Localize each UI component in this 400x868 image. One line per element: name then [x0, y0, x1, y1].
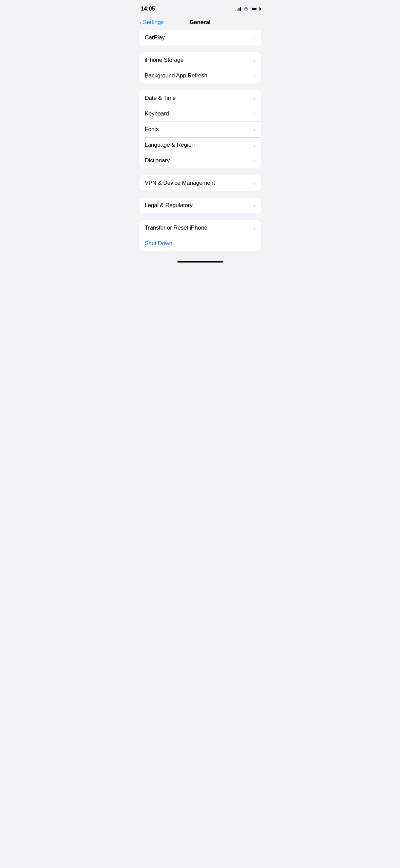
transfer-reset-item[interactable]: Transfer or Reset iPhone ›	[139, 220, 261, 236]
iphone-storage-label: iPhone Storage	[145, 57, 184, 64]
fonts-item[interactable]: Fonts ›	[139, 122, 261, 137]
back-button[interactable]: ‹ Settings	[139, 19, 164, 26]
legal-regulatory-chevron-icon: ›	[254, 203, 255, 209]
language-region-label: Language & Region	[145, 142, 195, 148]
status-time: 14:05	[141, 5, 155, 12]
date-time-chevron-icon: ›	[254, 95, 255, 101]
home-bar	[177, 261, 223, 263]
vpn-device-chevron-icon: ›	[254, 180, 255, 186]
keyboard-label: Keyboard	[145, 110, 169, 117]
shut-down-label: Shut Down	[145, 240, 172, 247]
back-label: Settings	[143, 19, 164, 26]
vpn-device-item[interactable]: VPN & Device Management ›	[139, 175, 261, 191]
dictionary-item[interactable]: Dictionary ›	[139, 153, 261, 168]
home-indicator	[134, 258, 266, 265]
keyboard-chevron-icon: ›	[254, 111, 255, 117]
storage-section: iPhone Storage › Background App Refresh …	[139, 52, 261, 84]
status-bar: 14:05	[134, 0, 266, 16]
vpn-device-label: VPN & Device Management	[145, 180, 215, 186]
fonts-chevron-icon: ›	[254, 127, 255, 132]
status-icons	[235, 7, 260, 11]
carplay-chevron-icon: ›	[254, 35, 255, 41]
legal-regulatory-label: Legal & Regulatory	[145, 202, 193, 209]
wifi-icon	[243, 7, 249, 11]
language-region-chevron-icon: ›	[254, 142, 255, 148]
background-app-refresh-item[interactable]: Background App Refresh ›	[139, 68, 261, 84]
shut-down-item[interactable]: Shut Down	[139, 236, 261, 251]
settings-content: CarPlay › iPhone Storage › Background Ap…	[134, 30, 266, 251]
nav-bar: ‹ Settings General	[134, 16, 266, 30]
vpn-section: VPN & Device Management ›	[139, 175, 261, 191]
dictionary-label: Dictionary	[145, 157, 170, 164]
iphone-storage-item[interactable]: iPhone Storage ›	[139, 52, 261, 68]
back-chevron-icon: ‹	[139, 19, 142, 26]
date-time-label: Date & Time	[145, 95, 176, 102]
locale-section: Date & Time › Keyboard › Fonts › Languag…	[139, 90, 261, 168]
legal-regulatory-item[interactable]: Legal & Regulatory ›	[139, 198, 261, 213]
date-time-item[interactable]: Date & Time ›	[139, 90, 261, 106]
background-app-refresh-label: Background App Refresh	[145, 72, 208, 79]
language-region-item[interactable]: Language & Region ›	[139, 137, 261, 153]
signal-icon	[235, 7, 241, 11]
legal-section: Legal & Regulatory ›	[139, 198, 261, 213]
background-app-refresh-chevron-icon: ›	[254, 73, 255, 79]
keyboard-item[interactable]: Keyboard ›	[139, 106, 261, 122]
reset-section: Transfer or Reset iPhone › Shut Down	[139, 220, 261, 251]
iphone-storage-chevron-icon: ›	[254, 57, 255, 63]
carplay-section: CarPlay ›	[139, 30, 261, 46]
page-title: General	[190, 19, 211, 26]
dictionary-chevron-icon: ›	[254, 158, 255, 164]
carplay-item[interactable]: CarPlay ›	[139, 30, 261, 46]
fonts-label: Fonts	[145, 126, 159, 133]
battery-icon	[251, 7, 260, 11]
carplay-label: CarPlay	[145, 34, 165, 41]
transfer-reset-label: Transfer or Reset iPhone	[145, 224, 208, 231]
transfer-reset-chevron-icon: ›	[254, 225, 255, 231]
